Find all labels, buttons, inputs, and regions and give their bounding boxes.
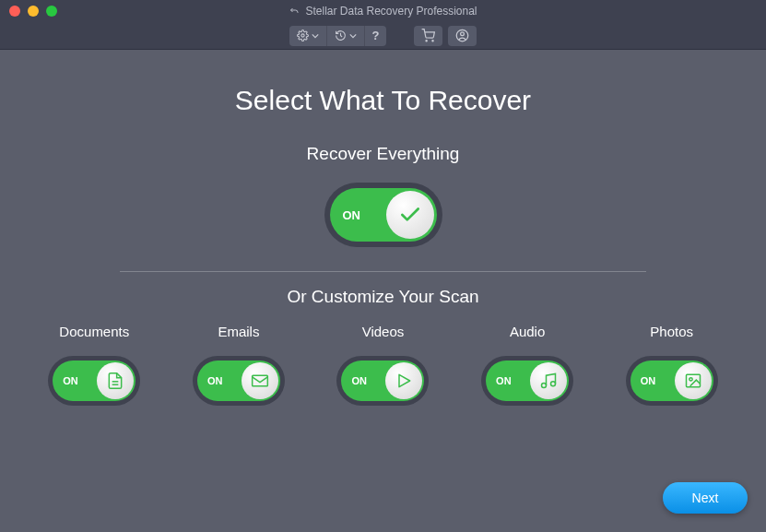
toggle-on-label: ON — [63, 375, 78, 386]
svg-rect-11 — [686, 374, 700, 386]
divider — [120, 271, 646, 272]
svg-point-12 — [689, 378, 692, 381]
category-label-documents: Documents — [59, 324, 129, 339]
music-icon — [530, 362, 567, 399]
toggle-on-label: ON — [351, 375, 367, 386]
svg-point-9 — [542, 384, 547, 388]
category-label-videos: Videos — [362, 324, 405, 339]
photos-toggle[interactable]: ON — [626, 356, 718, 406]
help-button[interactable]: ? — [365, 26, 387, 46]
svg-point-1 — [426, 41, 427, 41]
category-label-emails: Emails — [218, 324, 259, 339]
svg-point-0 — [301, 34, 303, 37]
customize-label: Or Customize Your Scan — [0, 287, 766, 307]
svg-point-10 — [551, 382, 556, 386]
titlebar: Stellar Data Recovery Professional — [0, 0, 766, 22]
cart-button[interactable] — [414, 26, 442, 46]
recover-everything-toggle[interactable]: ON — [324, 183, 442, 247]
minimize-window-button[interactable] — [28, 6, 39, 17]
document-icon — [97, 362, 134, 399]
toggle-on-label: ON — [641, 375, 656, 386]
window-title: Stellar Data Recovery Professional — [305, 5, 477, 18]
toggle-on-label: ON — [343, 208, 361, 222]
back-icon — [289, 6, 300, 17]
window-controls — [9, 6, 57, 17]
image-icon — [675, 362, 712, 399]
svg-marker-8 — [399, 374, 410, 386]
checkmark-icon — [386, 191, 434, 239]
settings-button[interactable] — [289, 26, 327, 46]
toggle-on-label: ON — [207, 375, 223, 386]
audio-toggle[interactable]: ON — [481, 356, 573, 406]
zoom-window-button[interactable] — [46, 6, 57, 17]
category-label-audio: Audio — [510, 324, 545, 339]
account-button[interactable] — [448, 26, 477, 46]
play-icon — [385, 362, 422, 399]
category-label-photos: Photos — [650, 324, 693, 339]
page-title: Select What To Recover — [0, 85, 766, 116]
toggle-on-label: ON — [496, 375, 512, 386]
mail-icon — [242, 362, 278, 399]
history-button[interactable] — [327, 26, 365, 46]
toolbar: ? — [0, 22, 766, 50]
svg-rect-7 — [253, 375, 268, 386]
close-window-button[interactable] — [9, 6, 20, 17]
recover-everything-label: Recover Everything — [0, 144, 766, 164]
documents-toggle[interactable]: ON — [48, 356, 140, 406]
videos-toggle[interactable]: ON — [336, 356, 429, 406]
svg-point-4 — [461, 32, 465, 36]
svg-point-2 — [432, 41, 433, 41]
emails-toggle[interactable]: ON — [193, 356, 285, 406]
next-button[interactable]: Next — [663, 482, 748, 514]
